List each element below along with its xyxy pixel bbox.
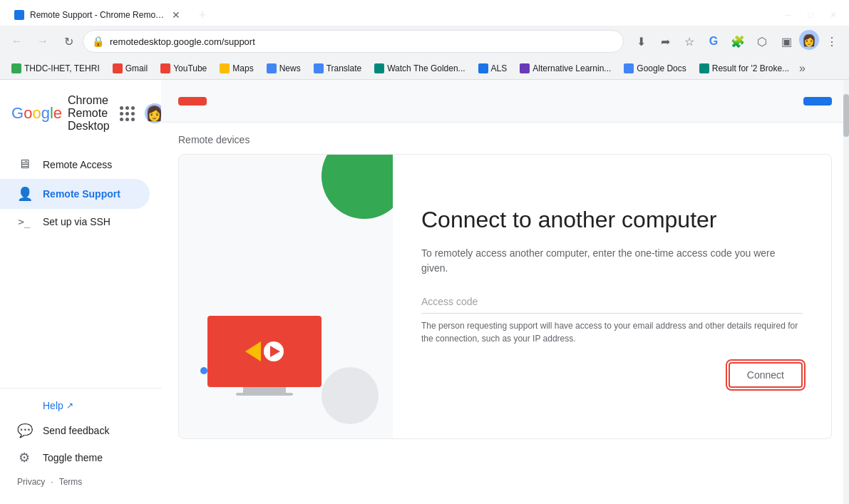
monitor-icon: 🖥 [17,157,31,172]
address-bar[interactable]: 🔒 remotedesktop.google.com/support [83,30,624,53]
connect-card: Connect to another computer To remotely … [178,154,832,439]
window-controls: ─ □ ✕ [778,8,843,22]
bookmark-gmail[interactable]: Gmail [107,62,153,75]
menu-icon[interactable]: ⋮ [820,30,843,53]
bookmark-news[interactable]: News [261,62,307,75]
bookmark-youtube[interactable]: YouTube [155,62,212,75]
green-circle [321,155,393,219]
bookmark-favicon [374,63,384,73]
banner-red-button[interactable] [178,97,207,106]
external-link-icon: ↗ [66,401,73,411]
app-logo: Google Chrome Remote Desktop 👩 [0,86,161,144]
lock-icon: 🔒 [92,36,104,47]
sidebar-toggle-icon[interactable]: ▣ [775,30,798,53]
google-logo: Google [11,104,62,123]
bookmark-gdocs[interactable]: Google Docs [618,62,691,75]
bookmark-label: News [279,63,301,73]
share-icon[interactable]: ➦ [654,30,676,53]
page-wrapper: Google Chrome Remote Desktop 👩 [0,80,849,504]
close-button[interactable]: ✕ [823,8,843,22]
sidebar-item-remote-support[interactable]: 👤 Remote Support [0,179,150,209]
bookmark-maps[interactable]: Maps [214,62,259,75]
help-link-item[interactable]: Help ↗ [0,394,161,417]
monitor-screen [207,316,321,387]
bookmark-label: THDC-IHET, TEHRI [24,63,100,73]
browser-window: Remote Support - Chrome Remo… ✕ + ─ □ ✕ … [0,0,849,80]
url-text: remotedesktop.google.com/support [110,36,614,47]
bookmark-favicon [113,63,123,73]
new-tab-button[interactable]: + [192,5,212,25]
remote-devices-section: Remote devices [161,123,849,451]
bookmark-favicon [11,63,21,73]
bookmark-label: ALS [491,63,508,73]
nav-icons: ⬇ ➦ ☆ G 🧩 ⬡ ▣ 👩 ⋮ [629,30,843,53]
send-feedback-item[interactable]: 💬 Send feedback [0,417,161,444]
main-content: Remote devices [161,80,849,504]
sidebar-bottom: Help ↗ 💬 Send feedback ⚙ Toggle theme Pr… [0,388,161,498]
card-description: To remotely access another computer, ent… [421,246,803,276]
sidebar-item-ssh[interactable]: >_ Set up via SSH [0,209,150,235]
bookmark-favicon [314,63,324,73]
reload-button[interactable]: ↻ [57,30,80,53]
toggle-theme-label: Toggle theme [43,452,103,463]
extensions-icon[interactable]: ⬡ [751,30,773,53]
tab-title: Remote Support - Chrome Remo… [30,10,164,20]
bookmark-icon[interactable]: ☆ [678,30,701,53]
bookmarks-overflow-button[interactable]: » [796,62,808,75]
top-banner [161,80,849,123]
nav-bar: ← → ↻ 🔒 remotedesktop.google.com/support… [0,26,849,57]
sidebar: Google Chrome Remote Desktop 👩 [0,80,161,504]
bookmark-label: Google Docs [637,63,686,73]
monitor-illustration [207,316,321,396]
bookmark-label: Result for '2 Broke... [712,63,789,73]
forward-button[interactable]: → [31,30,54,53]
bookmark-favicon [267,63,277,73]
sidebar-item-label: Set up via SSH [43,216,110,227]
bookmark-label: YouTube [173,63,207,73]
toggle-theme-item[interactable]: ⚙ Toggle theme [0,444,161,471]
bookmark-thdc[interactable]: THDC-IHET, TEHRI [6,62,106,75]
bookmark-favicon [478,63,488,73]
bookmark-favicon [624,63,634,73]
footer-links: Privacy · Terms [0,471,161,493]
scrollbar-thumb[interactable] [843,94,849,137]
bookmark-translate[interactable]: Translate [308,62,368,75]
terminal-icon: >_ [17,216,31,227]
privacy-link[interactable]: Privacy [17,477,45,487]
download-icon[interactable]: ⬇ [629,30,652,53]
sidebar-item-label: Remote Support [43,188,120,200]
banner-blue-button[interactable] [803,97,832,106]
bookmark-result[interactable]: Result for '2 Broke... [694,62,795,75]
tab-close-button[interactable]: ✕ [170,9,182,21]
apps-grid-button[interactable] [115,102,139,125]
sidebar-item-remote-access[interactable]: 🖥 Remote Access [0,150,150,179]
privacy-note: The person requesting support will have … [421,319,803,345]
bookmark-label: Gmail [125,63,148,73]
bookmark-favicon [520,63,530,73]
bookmark-als[interactable]: ALS [473,62,513,75]
sidebar-nav: 🖥 Remote Access 👤 Remote Support >_ Set … [0,144,161,388]
section-label: Remote devices [178,134,832,145]
connect-button[interactable]: Connect [729,362,803,388]
help-link[interactable]: Help ↗ [43,400,73,411]
google-icon[interactable]: G [702,30,725,53]
back-button[interactable]: ← [6,30,29,53]
access-code-input[interactable] [421,290,803,314]
terms-link[interactable]: Terms [59,477,83,487]
scrollbar-track[interactable] [843,80,849,504]
bookmark-altlearn[interactable]: Alternative Learnin... [514,62,617,75]
blue-dot [200,367,207,374]
extension-puzzle-icon[interactable]: 🧩 [726,30,749,53]
maximize-button[interactable]: □ [801,8,820,22]
bookmark-golden[interactable]: Watch The Golden... [369,62,470,75]
profile-avatar[interactable]: 👩 [799,30,819,50]
bookmark-favicon [160,63,170,73]
card-content: Connect to another computer To remotely … [393,155,831,438]
card-illustration [179,155,393,438]
bookmark-label: Maps [232,63,253,73]
bookmark-label: Alternative Learnin... [532,63,611,73]
bookmark-favicon [220,63,230,73]
minimize-button[interactable]: ─ [778,8,798,22]
tab-bar: Remote Support - Chrome Remo… ✕ + [6,5,778,25]
active-tab[interactable]: Remote Support - Chrome Remo… ✕ [6,5,191,25]
